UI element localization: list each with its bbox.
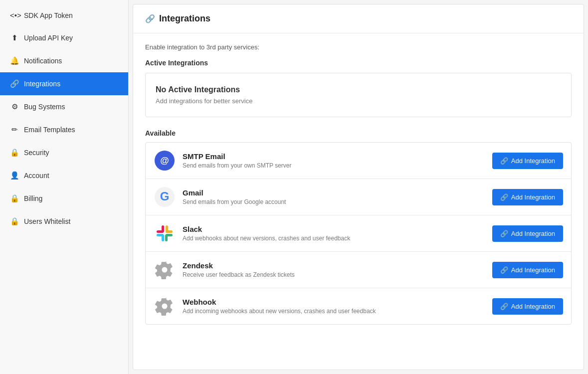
available-section-title: Available — [145, 129, 572, 137]
smtp-logo: @ — [154, 150, 176, 172]
no-active-title: No Active Integrations — [156, 85, 561, 94]
page-content: Enable integration to 3rd party services… — [133, 33, 584, 335]
sidebar-item-account[interactable]: 👤 Account — [0, 164, 128, 187]
sidebar-item-billing[interactable]: 🔒 Billing — [0, 187, 128, 210]
sidebar-item-email-templates[interactable]: ✏ Email Templates — [0, 118, 128, 141]
gmail-g-colored-icon: G — [155, 187, 175, 207]
link-icon: 🔗 — [10, 79, 19, 88]
sidebar-item-notifications[interactable]: 🔔 Notifications — [0, 49, 128, 72]
lock-icon: 🔒 — [10, 217, 19, 226]
sidebar-item-label: Integrations — [24, 80, 60, 88]
smtp-icon: @ — [155, 151, 175, 171]
sidebar-item-label: SDK App Token — [24, 11, 73, 19]
integrations-list: @ SMTP Email Send emails from your own S… — [145, 142, 572, 325]
add-integration-button-zendesk[interactable]: 🔗 Add Integration — [492, 262, 563, 278]
integration-name-smtp: SMTP Email — [183, 152, 485, 161]
lock-icon: 🔒 — [10, 148, 19, 157]
svg-rect-9 — [162, 234, 164, 241]
sidebar: <•> SDK App Token ⬆ Upload API Key 🔔 Not… — [0, 0, 129, 374]
add-btn-label-webhook: Add Integration — [511, 303, 555, 310]
integration-name-webhook: Webhook — [183, 298, 485, 306]
integration-row-smtp: @ SMTP Email Send emails from your own S… — [146, 143, 571, 179]
sidebar-item-label: Account — [24, 172, 49, 180]
no-active-integrations-box: No Active Integrations Add integrations … — [145, 73, 572, 117]
integration-desc-zendesk: Receive user feedback as Zendesk tickets — [183, 271, 485, 278]
zendesk-gear-icon — [155, 260, 174, 279]
sidebar-item-bug-systems[interactable]: ⚙ Bug Systems — [0, 95, 128, 118]
gear-icon: ⚙ — [10, 102, 19, 111]
integration-desc-webhook: Add incoming webhooks about new versions… — [183, 308, 485, 315]
gmail-logo: G — [154, 186, 176, 208]
integration-row-gmail: G Gmail Send emails from your Google acc… — [146, 179, 571, 215]
page-header: 🔗 Integrations — [133, 4, 584, 33]
integration-row-webhook: Webhook Add incoming webhooks about new … — [146, 288, 571, 324]
slack-logo — [154, 222, 176, 244]
add-integration-button-webhook[interactable]: 🔗 Add Integration — [492, 298, 563, 315]
add-integration-button-slack[interactable]: 🔗 Add Integration — [492, 225, 563, 242]
user-icon: 👤 — [10, 171, 19, 180]
link-icon-btn-zendesk: 🔗 — [500, 266, 508, 274]
svg-rect-5 — [166, 234, 173, 236]
integration-info-gmail: Gmail Send emails from your Google accou… — [183, 188, 485, 205]
integration-row-slack: Slack Add webhooks about new versions, c… — [146, 215, 571, 252]
integration-row-zendesk: Zendesk Receive user feedback as Zendesk… — [146, 252, 571, 288]
svg-rect-3 — [157, 230, 164, 233]
integration-info-slack: Slack Add webhooks about new versions, c… — [183, 225, 485, 242]
bell-icon: 🔔 — [10, 56, 19, 65]
pencil-icon: ✏ — [10, 125, 19, 134]
add-btn-label-gmail: Add Integration — [511, 193, 555, 201]
sidebar-item-label: Bug Systems — [24, 103, 65, 111]
sidebar-item-label: Notifications — [24, 57, 62, 65]
svg-rect-7 — [166, 230, 173, 233]
sidebar-item-label: Billing — [24, 194, 42, 202]
integration-desc-slack: Add webhooks about new versions, crashes… — [183, 235, 485, 242]
add-btn-label-slack: Add Integration — [511, 230, 555, 237]
integration-desc-smtp: Send emails from your own SMTP server — [183, 162, 485, 169]
add-integration-button-gmail[interactable]: 🔗 Add Integration — [492, 189, 563, 205]
link-icon-btn-gmail: 🔗 — [500, 193, 508, 201]
integration-desc-gmail: Send emails from your Google account — [183, 198, 485, 205]
sidebar-item-label: Security — [24, 149, 49, 157]
add-btn-label-zendesk: Add Integration — [511, 266, 555, 274]
sidebar-item-label: Upload API Key — [24, 34, 73, 42]
active-section-title: Active Integrations — [145, 59, 572, 67]
page-title: Integrations — [159, 13, 210, 24]
add-integration-button-smtp[interactable]: 🔗 Add Integration — [492, 153, 563, 169]
upload-icon: ⬆ — [10, 33, 19, 42]
add-btn-label-smtp: Add Integration — [511, 157, 555, 165]
webhook-logo — [154, 295, 176, 317]
svg-text:G: G — [160, 189, 170, 203]
no-active-desc: Add integrations for better service — [156, 97, 561, 105]
integration-info-webhook: Webhook Add incoming webhooks about new … — [183, 298, 485, 315]
sidebar-item-users-whitelist[interactable]: 🔒 Users Whitelist — [0, 210, 128, 233]
code-icon: <•> — [10, 11, 19, 19]
integration-info-smtp: SMTP Email Send emails from your own SMT… — [183, 152, 485, 169]
main-content: 🔗 Integrations Enable integration to 3rd… — [133, 4, 584, 370]
sidebar-item-upload-api-key[interactable]: ⬆ Upload API Key — [0, 26, 128, 49]
link-icon-btn-smtp: 🔗 — [500, 157, 508, 165]
page-header-link-icon: 🔗 — [145, 14, 155, 23]
link-icon-btn-webhook: 🔗 — [500, 303, 508, 310]
sidebar-item-sdk-app-token[interactable]: <•> SDK App Token — [0, 4, 128, 26]
integration-name-zendesk: Zendesk — [183, 261, 485, 270]
integration-info-zendesk: Zendesk Receive user feedback as Zendesk… — [183, 261, 485, 278]
lock-icon: 🔒 — [10, 194, 19, 203]
link-icon-btn-slack: 🔗 — [500, 230, 508, 237]
page-subtitle: Enable integration to 3rd party services… — [145, 43, 572, 51]
sidebar-item-integrations[interactable]: 🔗 Integrations — [0, 72, 128, 95]
slack-icon — [155, 223, 175, 243]
sidebar-item-security[interactable]: 🔒 Security — [0, 141, 128, 164]
webhook-gear-icon — [155, 297, 174, 316]
zendesk-logo — [154, 259, 176, 281]
integration-name-gmail: Gmail — [183, 188, 485, 197]
sidebar-item-label: Email Templates — [24, 126, 75, 134]
sidebar-item-label: Users Whitelist — [24, 217, 70, 225]
integration-name-slack: Slack — [183, 225, 485, 233]
